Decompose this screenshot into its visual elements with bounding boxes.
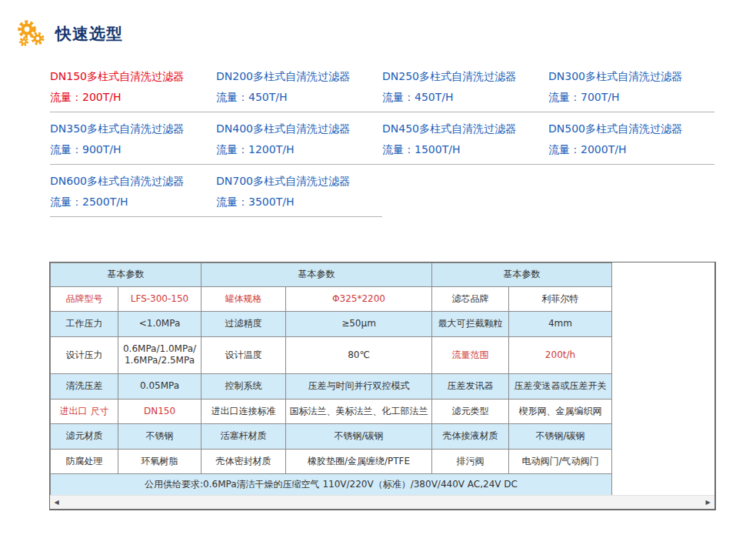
spec-table-container: 基本参数 基本参数 基本参数 品牌型号 LFS-300-150 罐体规格 Φ32… (49, 262, 716, 510)
param-label: 滤元类型 (432, 399, 509, 424)
product-link-label[interactable]: DN400多柱式自清洗过滤器 (216, 122, 364, 136)
param-label: 滤芯品牌 (432, 286, 509, 312)
page-title: 快速选型 (55, 23, 123, 45)
param-label: 罐体规格 (201, 286, 286, 312)
param-label: 品牌型号 (51, 286, 118, 312)
product-flow-label: 流量：1200T/H (216, 142, 364, 157)
product-link-dn350[interactable]: DN350多柱式自清洗过滤器 流量：900T/H (50, 112, 216, 165)
quick-selection-grid: DN150多柱式自清洗过滤器 流量：200T/H DN200多柱式自清洗过滤器 … (50, 60, 714, 217)
param-value: 压差与时间并行双控模式 (286, 373, 432, 399)
product-flow-label: 流量：2500T/H (50, 195, 198, 209)
param-value: 80℃ (286, 336, 432, 373)
param-value: 0.05MPa (118, 373, 201, 399)
param-value: 200t/h (509, 336, 612, 373)
param-label: 工作压力 (51, 312, 118, 337)
product-flow-label: 流量：2000T/H (548, 142, 696, 157)
param-value: 环氧树脂 (118, 449, 201, 474)
table-row: 品牌型号 LFS-300-150 罐体规格 Φ325*2200 滤芯品牌 利菲尔… (51, 286, 612, 312)
utility-requirements: 公用供给要求:0.6MPa清洁干燥的压缩空气 110V/220V（标准）/380… (51, 474, 612, 497)
param-value: 橡胶垫圈/金属缠绕/PTFE (286, 449, 432, 474)
param-value: 利菲尔特 (509, 286, 612, 312)
spec-table: 基本参数 基本参数 基本参数 品牌型号 LFS-300-150 罐体规格 Φ32… (50, 262, 612, 497)
product-link-label[interactable]: DN300多柱式自清洗过滤器 (548, 69, 696, 84)
param-label: 流量范围 (432, 336, 509, 373)
table-row: 清洗压差 0.05MPa 控制系统 压差与时间并行双控模式 压差发讯器 压差变送… (51, 373, 612, 399)
table-row: 防腐处理 环氧树脂 壳体密封材质 橡胶垫圈/金属缠绕/PTFE 排污阀 电动阀门… (51, 449, 612, 474)
param-label: 设计压力 (51, 336, 118, 373)
param-label: 控制系统 (201, 373, 286, 399)
param-value: LFS-300-150 (118, 286, 201, 312)
product-link-label[interactable]: DN200多柱式自清洗过滤器 (216, 69, 364, 84)
section-header: 快速选型 (17, 20, 123, 48)
param-value: DN150 (118, 399, 201, 424)
param-value: 不锈钢/碳钢 (509, 424, 612, 450)
product-link-dn600[interactable]: DN600多柱式自清洗过滤器 流量：2500T/H (50, 165, 216, 217)
product-link-label[interactable]: DN500多柱式自清洗过滤器 (548, 122, 696, 136)
param-value: 4mm (509, 312, 612, 337)
param-label: 压差发讯器 (432, 373, 509, 399)
header-cell: 基本参数 (51, 263, 201, 287)
param-value: 0.6MPa/1.0MPa/1.6MPa/2.5MPa (118, 336, 201, 373)
param-value: ≥50μm (286, 312, 432, 337)
header-cell: 基本参数 (201, 263, 432, 287)
param-label: 排污阀 (432, 449, 509, 474)
scroll-right-icon[interactable]: ▶ (701, 496, 714, 509)
product-link-dn250[interactable]: DN250多柱式自清洗过滤器 流量：450T/H (382, 60, 548, 112)
param-value: 不锈钢/碳钢 (286, 424, 432, 450)
param-label: 进出口 尺寸 (51, 399, 118, 424)
product-link-label[interactable]: DN700多柱式自清洗过滤器 (216, 174, 364, 189)
param-value: 国标法兰、美标法兰、化工部法兰 (286, 399, 432, 424)
param-label: 活塞杆材质 (201, 424, 286, 450)
product-flow-label: 流量：3500T/H (216, 195, 364, 209)
gears-icon (17, 20, 45, 48)
product-link-label[interactable]: DN150多柱式自清洗过滤器 (50, 69, 198, 84)
scroll-left-icon[interactable]: ◀ (50, 496, 63, 509)
param-label: 防腐处理 (51, 449, 118, 474)
table-row: 工作压力 <1.0MPa 过滤精度 ≥50μm 最大可拦截颗粒 4mm (51, 312, 612, 337)
product-flow-label: 流量：450T/H (216, 90, 364, 105)
product-flow-label: 流量：200T/H (50, 90, 198, 105)
product-link-dn500[interactable]: DN500多柱式自清洗过滤器 流量：2000T/H (548, 112, 714, 165)
product-link-dn200[interactable]: DN200多柱式自清洗过滤器 流量：450T/H (216, 60, 382, 112)
product-link-label[interactable]: DN600多柱式自清洗过滤器 (50, 174, 198, 189)
table-footer-row: 公用供给要求:0.6MPa清洁干燥的压缩空气 110V/220V（标准）/380… (51, 474, 612, 497)
table-header-row: 基本参数 基本参数 基本参数 (51, 263, 612, 287)
product-link-dn700[interactable]: DN700多柱式自清洗过滤器 流量：3500T/H (216, 165, 382, 217)
product-flow-label: 流量：700T/H (548, 90, 696, 105)
table-row: 设计压力 0.6MPa/1.0MPa/1.6MPa/2.5MPa 设计温度 80… (51, 336, 612, 373)
param-label: 进出口连接标准 (201, 399, 286, 424)
param-label: 清洗压差 (51, 373, 118, 399)
param-label: 壳体接液材质 (432, 424, 509, 450)
param-label: 设计温度 (201, 336, 286, 373)
product-link-dn400[interactable]: DN400多柱式自清洗过滤器 流量：1200T/H (216, 112, 382, 165)
product-flow-label: 流量：1500T/H (382, 142, 530, 157)
param-value: 电动阀门/气动阀门 (509, 449, 612, 474)
product-flow-label: 流量：450T/H (382, 90, 530, 105)
product-link-label[interactable]: DN350多柱式自清洗过滤器 (50, 122, 198, 136)
table-row: 进出口 尺寸 DN150 进出口连接标准 国标法兰、美标法兰、化工部法兰 滤元类… (51, 399, 612, 424)
product-link-dn300[interactable]: DN300多柱式自清洗过滤器 流量：700T/H (548, 60, 714, 112)
param-value: 楔形网、金属编织网 (509, 399, 612, 424)
table-row: 滤元材质 不锈钢 活塞杆材质 不锈钢/碳钢 壳体接液材质 不锈钢/碳钢 (51, 424, 612, 450)
param-value: 压差变送器或压差开关 (509, 373, 612, 399)
product-flow-label: 流量：900T/H (50, 142, 198, 157)
product-link-label[interactable]: DN250多柱式自清洗过滤器 (382, 69, 530, 84)
product-link-label[interactable]: DN450多柱式自清洗过滤器 (382, 122, 530, 136)
param-value: 不锈钢 (118, 424, 201, 450)
horizontal-scrollbar[interactable]: ◀ ▶ (50, 495, 714, 509)
product-link-dn450[interactable]: DN450多柱式自清洗过滤器 流量：1500T/H (382, 112, 548, 165)
param-label: 过滤精度 (201, 312, 286, 337)
param-value: Φ325*2200 (286, 286, 432, 312)
param-label: 滤元材质 (51, 424, 118, 450)
page: { "header": { "title": "快速选型" }, "quick_… (0, 0, 756, 545)
header-cell: 基本参数 (432, 263, 612, 287)
param-label: 壳体密封材质 (201, 449, 286, 474)
product-link-dn150[interactable]: DN150多柱式自清洗过滤器 流量：200T/H (50, 60, 216, 112)
param-value: <1.0MPa (118, 312, 201, 337)
param-label: 最大可拦截颗粒 (432, 312, 509, 337)
